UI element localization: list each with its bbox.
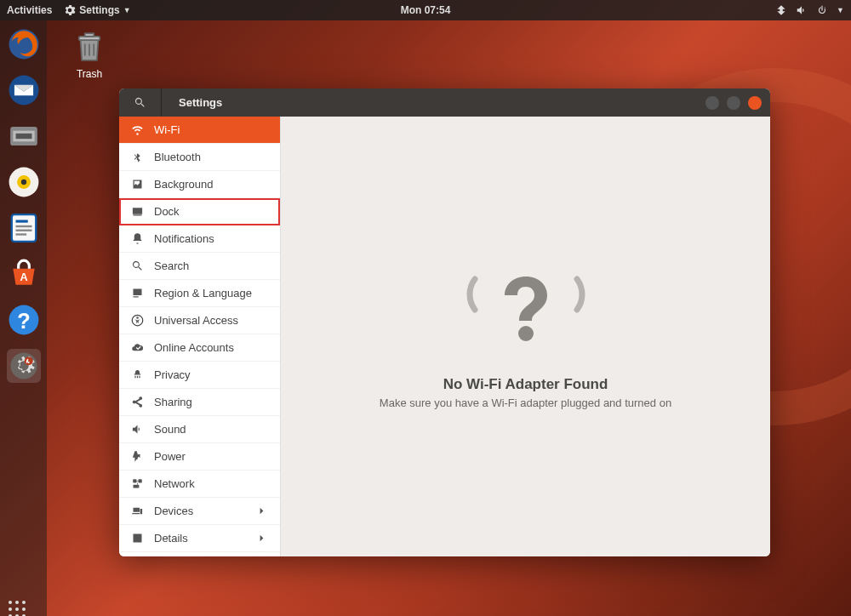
content-heading: No Wi-Fi Adapter Found: [443, 376, 608, 393]
dock-icon: [131, 205, 144, 218]
window-minimize-button[interactable]: [705, 96, 719, 110]
network-indicator-icon[interactable]: [775, 4, 787, 16]
svg-rect-12: [15, 230, 31, 231]
bell-icon: [131, 232, 144, 245]
desktop-trash[interactable]: Trash: [71, 29, 107, 80]
volume-indicator-icon[interactable]: [796, 4, 808, 16]
bluetooth-icon: [131, 151, 144, 163]
top-panel: Activities Settings ▼ Mon 07:54 ▼: [0, 0, 851, 20]
sidebar-item-label: Network: [154, 477, 195, 490]
launcher-dock: A ?: [0, 20, 47, 616]
sidebar-item-devices[interactable]: Devices: [119, 498, 280, 525]
wifi-icon: [131, 123, 144, 136]
sidebar-item-network[interactable]: Network: [119, 471, 280, 498]
sidebar-item-label: Notifications: [154, 232, 214, 245]
settings-search-button[interactable]: [119, 88, 162, 117]
sidebar-item-background[interactable]: Background: [119, 171, 280, 198]
sidebar-item-details[interactable]: Details: [119, 525, 280, 552]
sound-icon: [131, 423, 144, 436]
devices-icon: [131, 505, 144, 517]
svg-rect-28: [136, 485, 140, 488]
sidebar-item-notifications[interactable]: Notifications: [119, 225, 280, 253]
app-menu[interactable]: Settings ▼: [64, 4, 130, 16]
sidebar-item-label: Sharing: [154, 396, 192, 408]
svg-rect-8: [11, 214, 36, 242]
svg-rect-13: [15, 233, 26, 235]
sidebar-item-sound[interactable]: Sound: [119, 416, 280, 443]
sidebar-item-bluetooth[interactable]: Bluetooth: [119, 144, 280, 171]
settings-content-pane: No Wi-Fi Adapter Found Make sure you hav…: [281, 117, 770, 556]
background-icon: [131, 178, 144, 191]
svg-point-7: [20, 180, 26, 185]
power-icon: [131, 450, 144, 463]
trash-label: Trash: [77, 68, 102, 80]
sidebar-item-label: Details: [154, 532, 188, 545]
sidebar-item-label: Online Accounts: [154, 341, 234, 354]
window-close-button[interactable]: [748, 96, 762, 110]
sidebar-item-wifi[interactable]: Wi-Fi: [119, 117, 280, 144]
dock-app-settings[interactable]: [7, 349, 41, 383]
chevron-right-icon: [255, 532, 268, 545]
sidebar-item-label: Bluetooth: [154, 151, 201, 163]
svg-point-25: [136, 317, 139, 319]
sidebar-item-label: Devices: [154, 505, 193, 517]
privacy-icon: [131, 368, 144, 381]
sidebar-item-label: Background: [154, 178, 213, 191]
dock-app-firefox[interactable]: [7, 27, 41, 61]
system-menu-chevron-icon[interactable]: ▼: [837, 6, 844, 14]
dock-app-thunderbird[interactable]: [7, 73, 41, 107]
window-title: Settings: [162, 96, 705, 109]
svg-text:A: A: [20, 271, 27, 283]
window-titlebar[interactable]: Settings: [119, 88, 770, 117]
svg-point-18: [24, 356, 32, 365]
share-icon: [131, 396, 144, 408]
sidebar-item-label: Universal Access: [154, 314, 238, 327]
sidebar-item-power[interactable]: Power: [119, 443, 280, 471]
svg-rect-20: [85, 33, 94, 37]
clock[interactable]: Mon 07:54: [401, 4, 451, 16]
search-icon: [134, 96, 146, 109]
no-adapter-icon: [483, 264, 568, 352]
svg-rect-4: [15, 134, 31, 139]
dock-app-rhythmbox[interactable]: [7, 165, 41, 199]
dock-app-ubuntu-software[interactable]: A: [7, 257, 41, 291]
details-icon: [131, 532, 144, 545]
sidebar-item-label: Search: [154, 260, 189, 272]
sidebar-item-sharing[interactable]: Sharing: [119, 389, 280, 416]
sidebar-item-label: Power: [154, 450, 186, 463]
cloud-icon: [131, 341, 144, 354]
sidebar-item-dock[interactable]: Dock: [119, 198, 280, 225]
dock-app-files[interactable]: [7, 119, 41, 153]
power-indicator-icon[interactable]: [816, 4, 828, 16]
activities-button[interactable]: Activities: [7, 4, 52, 16]
content-subtitle: Make sure you have a Wi-Fi adapter plugg…: [380, 396, 671, 409]
window-maximize-button[interactable]: [727, 96, 740, 110]
sidebar-item-label: Region & Language: [154, 287, 252, 299]
region-icon: [131, 287, 144, 299]
network-icon: [131, 477, 144, 490]
sidebar-item-label: Privacy: [154, 368, 191, 381]
dock-app-libreoffice-writer[interactable]: [7, 211, 41, 245]
sidebar-item-privacy[interactable]: Privacy: [119, 362, 280, 389]
search-icon: [131, 260, 144, 272]
gear-icon: [64, 4, 76, 16]
sidebar-item-accessibility[interactable]: Universal Access: [119, 307, 280, 334]
chevron-right-icon: [255, 505, 268, 517]
sidebar-item-label: Wi-Fi: [154, 123, 180, 136]
sidebar-item-label: Sound: [154, 423, 186, 436]
svg-point-29: [518, 326, 534, 341]
sidebar-item-online-accounts[interactable]: Online Accounts: [119, 334, 280, 362]
show-applications-button[interactable]: [15, 607, 19, 611]
trash-icon: [71, 29, 107, 65]
sidebar-item-region[interactable]: Region & Language: [119, 280, 280, 307]
svg-text:?: ?: [17, 309, 30, 333]
settings-sidebar: Wi-FiBluetoothBackgroundDockNotification…: [119, 117, 281, 556]
settings-window: Settings Wi-FiBluetoothBackgroundDockNot…: [119, 88, 770, 556]
sidebar-item-search[interactable]: Search: [119, 253, 280, 280]
svg-rect-11: [15, 225, 31, 227]
svg-rect-10: [15, 220, 27, 223]
accessibility-icon: [131, 314, 144, 327]
sidebar-item-label: Dock: [154, 205, 180, 218]
dock-app-help[interactable]: ?: [7, 303, 41, 337]
